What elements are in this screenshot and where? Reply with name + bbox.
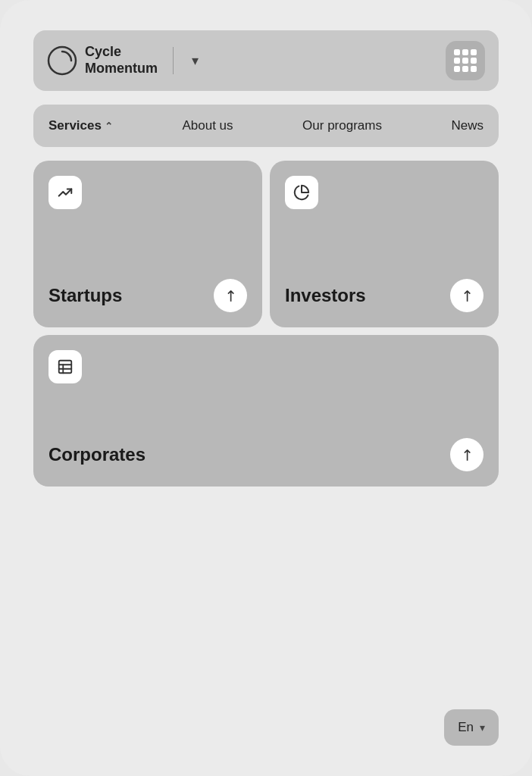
corporates-arrow-button[interactable]: ↗ xyxy=(450,438,483,471)
cards-container: Startups ↗ Investors ↗ xyxy=(33,161,499,487)
brand-logo-icon xyxy=(47,45,77,76)
investors-card-bottom: Investors ↗ xyxy=(285,279,483,312)
brand-chevron-button[interactable]: ▾ xyxy=(189,49,202,72)
nav-item-news[interactable]: News xyxy=(451,118,483,133)
services-chevron-icon: ⌃ xyxy=(105,120,113,132)
svg-rect-1 xyxy=(59,361,72,374)
startups-icon-button[interactable] xyxy=(49,176,82,209)
nav-item-programs[interactable]: Our programs xyxy=(302,118,382,133)
nav-item-about[interactable]: About us xyxy=(182,118,233,133)
language-chevron-icon: ▾ xyxy=(480,721,485,734)
grid-icon xyxy=(454,49,477,72)
arrow-trend-up-icon xyxy=(57,184,74,201)
startups-title: Startups xyxy=(49,285,122,306)
language-label: En xyxy=(458,720,474,735)
grid-menu-button[interactable] xyxy=(446,41,485,80)
investors-arrow-button[interactable]: ↗ xyxy=(450,279,483,312)
header-bar: Cycle Momentum ▾ xyxy=(33,30,499,91)
startups-arrow-icon: ↗ xyxy=(220,285,242,307)
card-startups: Startups ↗ xyxy=(33,161,262,327)
pie-chart-icon xyxy=(293,184,310,201)
startups-arrow-button[interactable]: ↗ xyxy=(214,279,247,312)
corporates-card-bottom: Corporates ↗ xyxy=(49,438,483,471)
nav-bar: Services ⌃ About us Our programs News xyxy=(33,105,499,147)
table-icon xyxy=(57,358,74,375)
nav-item-services[interactable]: Services ⌃ xyxy=(49,118,113,133)
card-corporates: Corporates ↗ xyxy=(33,335,499,487)
investors-icon-button[interactable] xyxy=(285,176,318,209)
startups-card-bottom: Startups ↗ xyxy=(49,279,247,312)
card-investors: Investors ↗ xyxy=(270,161,499,327)
investors-arrow-icon: ↗ xyxy=(456,285,478,307)
brand-name: Cycle Momentum xyxy=(85,44,158,77)
brand-section: Cycle Momentum ▾ xyxy=(47,44,202,77)
corporates-arrow-icon: ↗ xyxy=(456,444,478,466)
language-selector-button[interactable]: En ▾ xyxy=(444,709,499,746)
header-divider xyxy=(173,47,174,74)
corporates-icon-button[interactable] xyxy=(49,350,82,383)
phone-container: Cycle Momentum ▾ Services ⌃ xyxy=(0,0,532,776)
investors-title: Investors xyxy=(285,285,366,306)
corporates-title: Corporates xyxy=(49,444,146,465)
